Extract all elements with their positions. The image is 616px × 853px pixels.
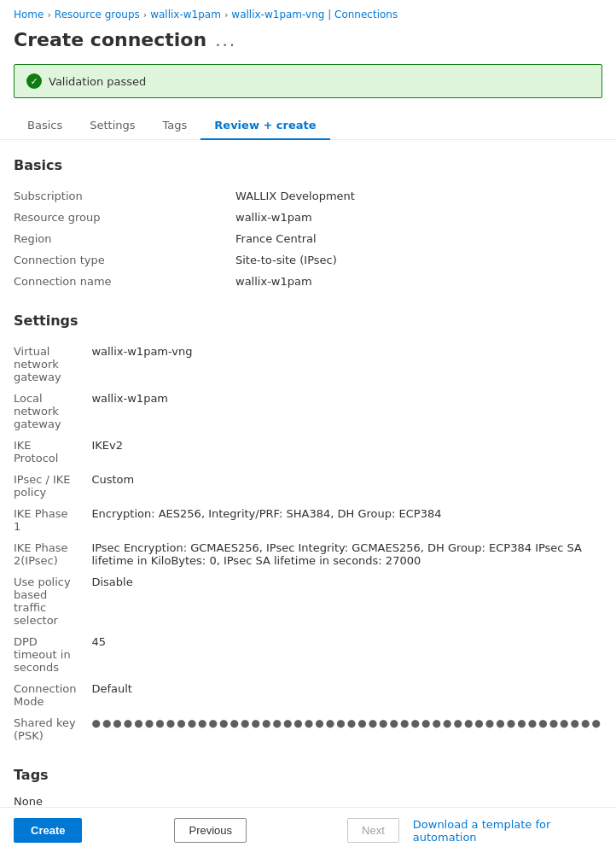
vng-label: Virtual network gateway: [14, 341, 91, 388]
table-row: Subscription WALLIX Development: [14, 185, 602, 207]
next-button[interactable]: Next: [347, 818, 399, 843]
connection-name-value: wallix-w1pam: [235, 271, 602, 292]
table-row: Use policy based traffic selector Disabl…: [14, 571, 602, 631]
ike-phase2-value: IPsec Encryption: GCMAES256, IPsec Integ…: [91, 537, 602, 571]
region-value: France Central: [235, 228, 602, 249]
table-row: IKE Phase 2(IPsec) IPsec Encryption: GCM…: [14, 537, 602, 571]
table-row: Connection Mode Default: [14, 678, 602, 712]
tab-review-create[interactable]: Review + create: [200, 112, 329, 140]
breadcrumb-resource-groups[interactable]: Resource groups: [55, 9, 140, 20]
psk-value: ●●●●●●●●●●●●●●●●●●●●●●●●●●●●●●●●●●●●●●●●…: [91, 712, 602, 746]
vng-value: wallix-w1pam-vng: [91, 341, 602, 388]
create-button[interactable]: Create: [14, 818, 82, 843]
more-options-button[interactable]: ...: [215, 30, 236, 50]
table-row: DPD timeout in seconds 45: [14, 631, 602, 678]
tags-section-title: Tags: [14, 767, 602, 783]
breadcrumb-home[interactable]: Home: [14, 9, 44, 20]
connection-mode-value: Default: [91, 678, 602, 712]
tab-basics[interactable]: Basics: [14, 112, 76, 140]
resource-group-value: wallix-w1pam: [235, 207, 602, 228]
subscription-value: WALLIX Development: [235, 185, 602, 207]
psk-masked-value: ●●●●●●●●●●●●●●●●●●●●●●●●●●●●●●●●●●●●●●●●…: [91, 717, 602, 729]
table-row: Connection name wallix-w1pam: [14, 271, 602, 292]
table-row: Region France Central: [14, 228, 602, 249]
ike-protocol-value: IKEv2: [91, 435, 602, 469]
policy-selector-value: Disable: [91, 571, 602, 631]
validation-icon: [26, 73, 42, 89]
ike-protocol-label: IKE Protocol: [14, 435, 91, 469]
settings-table: Virtual network gateway wallix-w1pam-vng…: [14, 341, 602, 746]
tab-tags[interactable]: Tags: [149, 112, 201, 140]
dpd-timeout-value: 45: [91, 631, 602, 678]
ike-phase2-label: IKE Phase 2(IPsec): [14, 537, 91, 571]
tabs-bar: Basics Settings Tags Review + create: [0, 112, 616, 140]
region-label: Region: [14, 228, 235, 249]
table-row: Local network gateway wallix-w1pam: [14, 388, 602, 435]
page-header: Create connection ...: [0, 26, 616, 64]
table-row: Virtual network gateway wallix-w1pam-vng: [14, 341, 602, 388]
resource-group-label: Resource group: [14, 207, 235, 228]
basics-section-title: Basics: [14, 157, 602, 173]
breadcrumb-wallix[interactable]: wallix-w1pam: [150, 9, 221, 20]
ipsec-ike-policy-label: IPsec / IKE policy: [14, 469, 91, 503]
ipsec-ike-policy-value: Custom: [91, 469, 602, 503]
breadcrumb: Home › Resource groups › wallix-w1pam › …: [0, 0, 616, 26]
page-title: Create connection: [14, 29, 206, 50]
breadcrumb-sep-1: ›: [47, 9, 50, 20]
breadcrumb-connections[interactable]: wallix-w1pam-vng | Connections: [231, 9, 398, 20]
settings-section-title: Settings: [14, 313, 602, 329]
table-row: Connection type Site-to-site (IPsec): [14, 249, 602, 271]
connection-mode-label: Connection Mode: [14, 678, 91, 712]
policy-selector-label: Use policy based traffic selector: [14, 571, 91, 631]
table-row: Shared key (PSK) ●●●●●●●●●●●●●●●●●●●●●●●…: [14, 712, 602, 746]
ike-phase1-label: IKE Phase 1: [14, 503, 91, 537]
footer-bar: Create Previous Next Download a template…: [0, 807, 616, 853]
connection-type-value: Site-to-site (IPsec): [235, 249, 602, 271]
ike-phase1-value: Encryption: AES256, Integrity/PRF: SHA38…: [91, 503, 602, 537]
subscription-label: Subscription: [14, 185, 235, 207]
previous-button[interactable]: Previous: [174, 818, 247, 843]
table-row: IKE Phase 1 Encryption: AES256, Integrit…: [14, 503, 602, 537]
psk-label: Shared key (PSK): [14, 712, 91, 746]
tab-settings[interactable]: Settings: [76, 112, 148, 140]
content-area: Basics Subscription WALLIX Development R…: [0, 157, 616, 808]
connection-type-label: Connection type: [14, 249, 235, 271]
lng-label: Local network gateway: [14, 388, 91, 435]
basics-table: Subscription WALLIX Development Resource…: [14, 185, 602, 292]
dpd-timeout-label: DPD timeout in seconds: [14, 631, 91, 678]
breadcrumb-sep-2: ›: [143, 9, 147, 20]
tags-none-value: None: [14, 795, 602, 808]
table-row: IKE Protocol IKEv2: [14, 435, 602, 469]
download-template-link[interactable]: Download a template for automation: [413, 818, 602, 844]
table-row: IPsec / IKE policy Custom: [14, 469, 602, 503]
lng-value: wallix-w1pam: [91, 388, 602, 435]
breadcrumb-sep-3: ›: [224, 9, 228, 20]
connection-name-label: Connection name: [14, 271, 235, 292]
validation-text: Validation passed: [49, 75, 146, 88]
table-row: Resource group wallix-w1pam: [14, 207, 602, 228]
validation-bar: Validation passed: [14, 64, 602, 98]
